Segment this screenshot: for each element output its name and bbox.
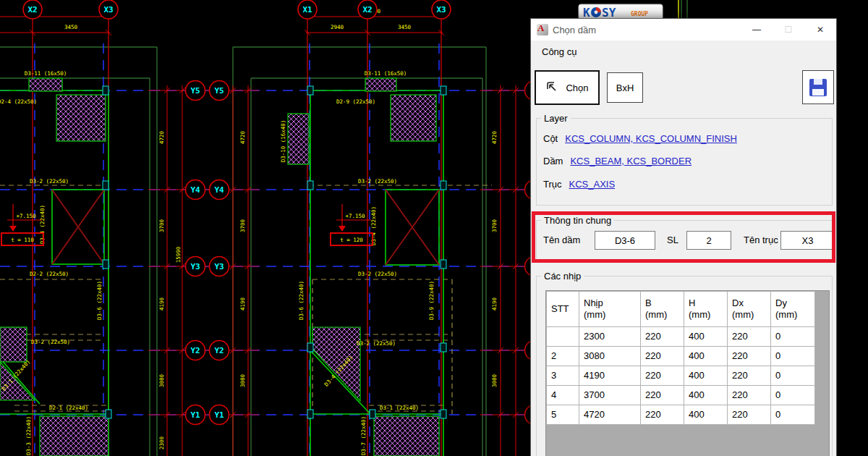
col-header-stt[interactable]: STT: [547, 292, 579, 327]
bxh-button[interactable]: BxH: [607, 72, 643, 103]
truc-label: Trục: [543, 179, 562, 190]
cell[interactable]: 0: [771, 347, 815, 366]
svg-text:3450: 3450: [64, 24, 78, 30]
svg-text:D2-1 (22x40): D2-1 (22x40): [49, 405, 88, 411]
svg-text:D3-10 (16x40): D3-10 (16x40): [280, 120, 286, 163]
dialog-title: Chọn dầm: [553, 25, 596, 35]
svg-text:t = 120: t = 120: [340, 237, 363, 243]
select-cursor-icon: [545, 80, 560, 95]
cell[interactable]: 3: [547, 366, 579, 386]
save-button[interactable]: [802, 70, 834, 104]
svg-text:4190: 4190: [158, 297, 165, 311]
svg-text:GROUP: GROUP: [631, 11, 648, 17]
svg-text:D2-4 (22x50): D2-4 (22x50): [0, 98, 37, 105]
truc-layer-link[interactable]: KCS_AXIS: [569, 179, 616, 190]
svg-text:Y5: Y5: [214, 86, 224, 96]
cell[interactable]: 400: [684, 327, 728, 347]
dam-layer-link[interactable]: KCS_BEAM, KCS_BORDER: [570, 156, 692, 166]
svg-text:D3-6 (22x40): D3-6 (22x40): [298, 281, 305, 320]
dialog-titlebar[interactable]: A Chọn dầm — ☐ ✕: [531, 19, 836, 41]
ten-dam-input[interactable]: [595, 231, 655, 250]
svg-text:4720: 4720: [491, 130, 498, 144]
svg-text:3080: 3080: [239, 373, 246, 387]
sl-input[interactable]: [686, 231, 731, 250]
col-header-dy[interactable]: Dy (mm): [771, 292, 815, 327]
cell[interactable]: 4720: [579, 405, 641, 425]
cell[interactable]: 0: [771, 405, 815, 425]
cell[interactable]: 0: [771, 386, 815, 405]
svg-text:4190: 4190: [491, 297, 498, 311]
cell[interactable]: 400: [684, 386, 728, 405]
cell[interactable]: 0: [771, 327, 815, 347]
cell[interactable]: 5: [547, 405, 579, 425]
dam-label: Dầm: [543, 156, 563, 166]
spans-table: STT Nhịp (mm) B (mm) H (mm) Dx (mm) Dy (…: [546, 291, 815, 425]
cell[interactable]: 4190: [579, 366, 641, 386]
cell[interactable]: 220: [641, 366, 684, 386]
svg-text:D3-2 (22x50): D3-2 (22x50): [30, 178, 69, 185]
cell[interactable]: 220: [728, 366, 771, 386]
maximize-button[interactable]: ☐: [773, 19, 804, 41]
chon-button-label: Chọn: [566, 83, 588, 93]
menu-cong-cu[interactable]: Công cụ: [542, 46, 576, 57]
col-header-dx[interactable]: Dx (mm): [728, 292, 771, 327]
cell[interactable]: 3700: [579, 386, 641, 405]
cell[interactable]: 4: [547, 386, 579, 405]
cell-selected[interactable]: 1: [547, 327, 579, 347]
svg-text:D3-2 (22x50): D3-2 (22x50): [358, 271, 397, 277]
close-button[interactable]: ✕: [804, 19, 836, 41]
cell[interactable]: 220: [728, 347, 771, 366]
cell[interactable]: 400: [684, 347, 728, 366]
svg-text:Y3: Y3: [190, 262, 200, 271]
svg-text:X2: X2: [362, 5, 372, 14]
spans-table-container[interactable]: STT Nhịp (mm) B (mm) H (mm) Dx (mm) Dy (…: [545, 290, 830, 456]
svg-text:D3-11 (16x50): D3-11 (16x50): [365, 70, 407, 77]
layer-group-label: Layer: [541, 113, 571, 124]
ten-truc-input[interactable]: [780, 231, 835, 250]
col-header-nhip[interactable]: Nhịp (mm): [579, 292, 641, 327]
cot-layer-link[interactable]: KCS_COLUMN, KCS_COLUMN_FINISH: [565, 133, 737, 144]
svg-text:2300: 2300: [158, 436, 165, 449]
col-header-h[interactable]: H (mm): [684, 292, 728, 327]
cell[interactable]: 220: [641, 386, 684, 405]
svg-text:X1: X1: [302, 5, 312, 14]
svg-text:2940: 2940: [331, 24, 344, 30]
cell[interactable]: 3080: [579, 347, 641, 366]
cell[interactable]: 220: [728, 405, 771, 425]
table-header-row: STT Nhịp (mm) B (mm) H (mm) Dx (mm) Dy (…: [547, 292, 815, 327]
cell[interactable]: 400: [684, 405, 728, 425]
svg-text:D3-4 (22x40): D3-4 (22x40): [39, 205, 46, 244]
minimize-button[interactable]: —: [741, 19, 773, 41]
general-info-group: Thông tin chung Tên dầm SL Tên trục: [536, 220, 833, 260]
svg-text:3700: 3700: [239, 219, 246, 232]
svg-text:4720: 4720: [158, 130, 165, 144]
cell[interactable]: 220: [728, 386, 771, 405]
cell[interactable]: 2: [547, 347, 579, 366]
svg-text:D3-6 (22x40): D3-6 (22x40): [96, 281, 103, 320]
cell[interactable]: 220: [641, 405, 684, 425]
svg-text:D3-1 (22x40): D3-1 (22x40): [380, 405, 419, 411]
cell[interactable]: 220: [728, 327, 771, 347]
table-row: 3 4190 220 400 220 0: [547, 366, 815, 386]
ten-dam-label: Tên dầm: [543, 235, 580, 245]
svg-text:X3: X3: [103, 5, 113, 14]
svg-text:Y5: Y5: [190, 86, 200, 96]
spans-group-label: Các nhịp: [541, 271, 584, 282]
svg-text:Y1: Y1: [190, 410, 200, 420]
save-icon: [809, 79, 827, 96]
chon-button[interactable]: Chọn: [535, 70, 600, 105]
cell[interactable]: 0: [771, 366, 815, 386]
svg-text:D3-11 (16x50): D3-11 (16x50): [25, 70, 67, 77]
col-header-b[interactable]: B (mm): [641, 292, 684, 327]
cell[interactable]: 220: [641, 327, 684, 347]
table-row: 2 3080 220 400 220 0: [547, 347, 815, 366]
svg-text:+7.150: +7.150: [345, 213, 365, 219]
svg-text:D2-9 (22x50): D2-9 (22x50): [336, 98, 375, 105]
cell[interactable]: 220: [641, 347, 684, 366]
cell[interactable]: 400: [684, 366, 728, 386]
svg-text:t = 110: t = 110: [11, 237, 34, 243]
svg-text:D3-2 (22x50): D3-2 (22x50): [31, 339, 70, 345]
svg-text:+7.150: +7.150: [16, 213, 36, 219]
cell[interactable]: 2300: [579, 327, 641, 347]
bxh-button-label: BxH: [616, 83, 634, 93]
